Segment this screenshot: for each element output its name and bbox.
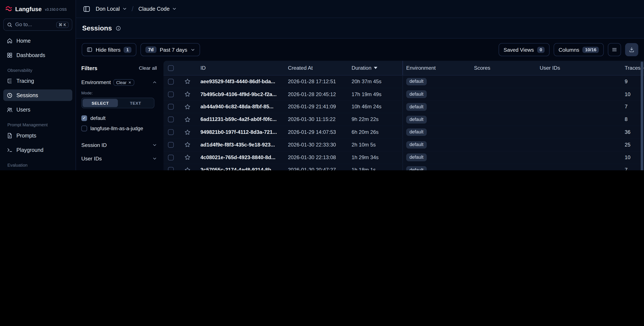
chevron-down-icon — [190, 47, 195, 52]
filter-section[interactable]: Session ID — [81, 138, 157, 152]
bookmark-star-icon[interactable] — [184, 116, 190, 123]
sidebar-toggle-button[interactable] — [81, 3, 92, 14]
duration-cell: 1h 29m 34s — [348, 151, 402, 164]
vertical-scrollbar[interactable] — [641, 61, 643, 170]
row-checkbox[interactable] — [168, 104, 174, 110]
row-checkbox[interactable] — [168, 129, 174, 135]
filters-panel: Filters Clear all Environment Clear Mode… — [81, 61, 164, 170]
session-id-link[interactable]: 7b495cb9-4106-4f9d-9bc2-f2a... — [196, 88, 285, 100]
scrollbar-thumb[interactable] — [641, 61, 643, 170]
duration-cell: 1h 18m 1s — [348, 164, 402, 171]
checkbox-checked[interactable] — [81, 115, 87, 121]
row-checkbox[interactable] — [168, 79, 174, 84]
org-name: Don Local — [96, 6, 120, 12]
filter-section[interactable]: Trace Tags — [81, 165, 157, 170]
table-header-row: ID Created At Duration Environment Score… — [163, 61, 644, 75]
sidebar-item-label: Dashboards — [16, 52, 45, 58]
langfuse-logo-icon — [5, 5, 13, 13]
session-id-link[interactable]: aee93529-f4f3-4440-86df-bda... — [196, 75, 285, 88]
column-header-created-at[interactable]: Created At — [285, 61, 348, 75]
saved-views-button[interactable]: Saved Views 0 — [499, 43, 550, 56]
scores-cell — [471, 139, 536, 151]
table-row[interactable]: ad1d4f9e-f8f3-435c-9e18-923... 2026-01-3… — [163, 139, 644, 151]
table-row[interactable]: 949821b0-197f-4112-8d3a-721... 2026-01-2… — [163, 126, 644, 139]
environment-cell: default — [402, 139, 471, 151]
row-height-button[interactable] — [608, 43, 621, 56]
bookmark-star-icon[interactable] — [184, 129, 190, 135]
table-row[interactable]: aee93529-f4f3-4440-86df-bda... 2026-01-2… — [163, 75, 644, 88]
sidebar-item-sessions[interactable]: Sessions — [3, 89, 72, 101]
bookmark-star-icon[interactable] — [184, 142, 190, 148]
user-ids-cell — [536, 113, 620, 126]
column-header-environment[interactable]: Environment — [402, 61, 471, 75]
row-checkbox[interactable] — [168, 155, 174, 160]
table-row[interactable]: 6ad11231-b59c-4a2f-ab0f-f0fc... 2026-01-… — [163, 113, 644, 126]
column-header-user-ids[interactable]: User IDs — [536, 61, 620, 75]
traces-count-cell: 8 — [620, 113, 644, 126]
chevron-down-icon — [152, 156, 157, 161]
brand-name: Langfuse — [15, 5, 42, 12]
panel-left-icon — [87, 47, 92, 52]
select-all-checkbox[interactable] — [168, 65, 174, 71]
row-checkbox[interactable] — [168, 167, 174, 171]
session-id-link[interactable]: 3c57055c-2174-4ad8-9214-8b... — [196, 164, 285, 171]
bookmark-star-icon[interactable] — [184, 167, 190, 171]
project-selector[interactable]: Claude Code — [138, 6, 177, 12]
column-header-duration[interactable]: Duration — [348, 61, 402, 75]
sidebar-item-scores[interactable]: Scores — [3, 170, 72, 170]
sidebar-item-home[interactable]: Home — [3, 35, 72, 46]
sidebar-item-prompts[interactable]: Prompts — [3, 130, 72, 141]
column-header-id[interactable]: ID — [196, 61, 285, 75]
org-selector[interactable]: Don Local — [96, 6, 127, 12]
bookmark-star-icon[interactable] — [184, 104, 190, 110]
columns-button[interactable]: Columns 10/16 — [554, 43, 604, 56]
sidebar-nav: Home Dashboards Observability Tracing Se… — [0, 32, 76, 170]
column-header-traces[interactable]: Traces — [620, 61, 644, 75]
row-checkbox[interactable] — [168, 117, 174, 122]
environment-cell: default — [402, 151, 471, 164]
row-checkbox[interactable] — [168, 142, 174, 148]
brand: Langfuse v3.150.0 OSS — [0, 0, 76, 15]
clear-all-filters-link[interactable]: Clear all — [139, 65, 157, 71]
hide-filters-button[interactable]: Hide filters 1 — [82, 43, 136, 56]
bookmark-star-icon[interactable] — [184, 78, 190, 85]
filter-section-environment[interactable]: Environment Clear — [81, 75, 157, 89]
filter-section[interactable]: User IDs — [81, 152, 157, 165]
checkbox-unchecked[interactable] — [81, 125, 87, 131]
export-button[interactable] — [625, 43, 638, 56]
scores-cell — [471, 113, 536, 126]
session-id-link[interactable]: 6ad11231-b59c-4a2f-ab0f-f0fc... — [196, 113, 285, 126]
mode-text-option[interactable]: TEXT — [118, 99, 153, 107]
environment-option[interactable]: langfuse-llm-as-a-judge — [81, 123, 157, 133]
bookmark-star-icon[interactable] — [184, 91, 190, 97]
session-id-link[interactable]: ad1d4f9e-f8f3-435c-9e18-923... — [196, 139, 285, 151]
table-row[interactable]: 7b495cb9-4106-4f9d-9bc2-f2a... 2026-01-2… — [163, 88, 644, 101]
table-row[interactable]: 4c08021e-765d-4923-8840-8d... 2026-01-30… — [163, 151, 644, 164]
environment-cell: default — [402, 164, 471, 171]
date-range-button[interactable]: 7d Past 7 days — [140, 43, 200, 56]
search-input[interactable]: Go to... ⌘ K — [3, 18, 72, 31]
environment-option[interactable]: default — [81, 113, 157, 123]
session-id-link[interactable]: 4c08021e-765d-4923-8840-8d... — [196, 151, 285, 164]
sidebar-item-users[interactable]: Users — [3, 104, 72, 115]
created-at-cell: 2026-01-30 20:47:27 — [285, 164, 348, 171]
table-row[interactable]: 3c57055c-2174-4ad8-9214-8b... 2026-01-30… — [163, 164, 644, 171]
sidebar-item-dashboards[interactable]: Dashboards — [3, 49, 72, 61]
session-id-link[interactable]: 949821b0-197f-4112-8d3a-721... — [196, 126, 285, 138]
environment-clear-chip[interactable]: Clear — [113, 79, 134, 86]
chevron-down-icon — [152, 170, 157, 170]
bookmark-star-icon[interactable] — [184, 154, 190, 161]
environment-badge: default — [406, 116, 427, 123]
sidebar-item-playground[interactable]: Playground — [3, 144, 72, 156]
home-icon — [7, 37, 13, 44]
duration-cell: 20h 37m 45s — [348, 75, 402, 88]
mode-select-option[interactable]: SELECT — [83, 99, 118, 107]
info-icon[interactable] — [116, 25, 122, 31]
column-header-scores[interactable]: Scores — [471, 61, 536, 75]
chevron-down-icon — [172, 7, 176, 11]
table-row[interactable]: ab44a940-6c82-48da-8fbf-85... 2026-01-29… — [163, 101, 644, 113]
session-id-link[interactable]: ab44a940-6c82-48da-8fbf-85... — [196, 101, 285, 113]
sidebar-item-tracing[interactable]: Tracing — [3, 75, 72, 87]
row-checkbox[interactable] — [168, 91, 174, 97]
traces-count-cell: 7 — [620, 164, 644, 171]
